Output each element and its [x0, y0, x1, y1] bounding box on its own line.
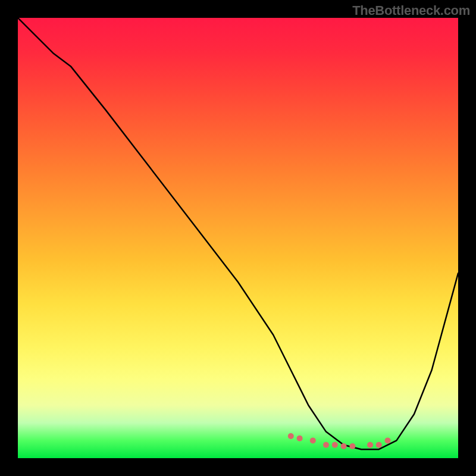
optimal-marker: [367, 442, 373, 448]
optimal-marker: [323, 442, 329, 448]
optimal-marker: [288, 433, 294, 439]
optimal-marker: [341, 443, 347, 449]
chart-container: TheBottleneck.com: [0, 0, 476, 476]
optimal-marker: [310, 437, 316, 443]
plot-area: [18, 18, 458, 458]
optimal-marker: [349, 443, 355, 449]
bottleneck-curve-path: [18, 18, 458, 449]
chart-svg: [18, 18, 458, 458]
watermark: TheBottleneck.com: [352, 3, 470, 18]
optimal-marker: [385, 437, 391, 443]
curve-group: [18, 18, 458, 449]
optimal-marker: [297, 436, 303, 441]
optimal-marker: [332, 442, 338, 448]
optimal-marker: [376, 442, 382, 448]
